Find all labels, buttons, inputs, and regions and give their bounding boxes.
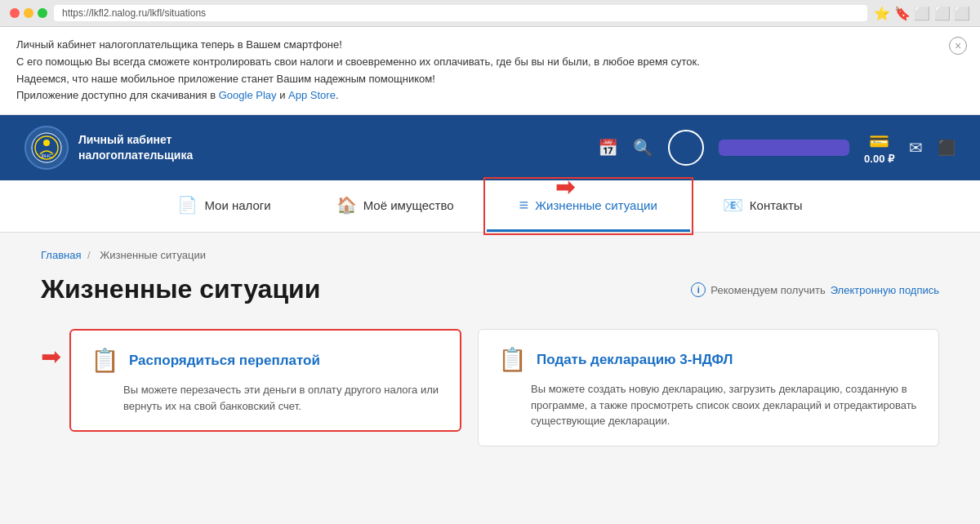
card-arrow-annotation: ➡	[41, 342, 61, 371]
breadcrumb-separator: /	[87, 249, 91, 261]
cards-container: ➡ 📋 Распорядиться переплатой Вы можете п…	[41, 329, 939, 446]
site-header: ФНС Личный кабинет налогоплательщика 📅 🔍…	[0, 115, 980, 180]
header-icons: 📅 🔍 💳 0.00 ₽ ✉ ⬛	[598, 130, 956, 166]
calendar-icon[interactable]: 📅	[598, 138, 618, 158]
situations-icon: ≡	[519, 196, 529, 215]
nav-my-property[interactable]: 🏠 Моё имущество	[304, 180, 487, 232]
site-title: Личный кабинет налогоплательщика	[78, 132, 193, 164]
google-play-link[interactable]: Google Play	[219, 89, 277, 101]
svg-text:ФНС: ФНС	[41, 153, 52, 158]
exit-icon[interactable]: ⬛	[938, 139, 956, 157]
fns-logo: ФНС	[24, 126, 69, 170]
user-name-button[interactable]	[719, 140, 849, 156]
card-overpayment-desc: Вы можете перезачесть эти деньги в оплат…	[123, 382, 440, 414]
wallet-area: 💳 0.00 ₽	[864, 131, 894, 165]
esign-hint: i Рекомендуем получить Электронную подпи…	[691, 282, 939, 297]
card-overpayment-title: Распорядиться переплатой	[129, 353, 320, 369]
banner-line4: Приложение доступно для скачивания в Goo…	[16, 87, 964, 104]
notification-banner: Личный кабинет налогоплательщика теперь …	[0, 27, 980, 115]
card1-wrapper: ➡ 📋 Распорядиться переплатой Вы можете п…	[41, 329, 461, 446]
banner-line2: С его помощью Вы всегда сможете контроли…	[16, 54, 964, 71]
wallet-icon: 💳	[869, 131, 889, 151]
breadcrumb-current: Жизненные ситуации	[100, 249, 206, 261]
svg-point-2	[43, 140, 50, 146]
breadcrumb: Главная / Жизненные ситуации	[41, 249, 939, 261]
card-ndfl-title: Подать декларацию 3-НДФЛ	[537, 352, 733, 368]
esign-prefix: Рекомендуем получить	[710, 284, 825, 296]
app-store-link[interactable]: App Store	[288, 89, 336, 101]
banner-line1: Личный кабинет налогоплательщика теперь …	[16, 37, 964, 54]
property-icon: 🏠	[336, 195, 357, 215]
card-ndfl-icon: 📋	[498, 346, 527, 373]
property-label: Моё имущество	[363, 198, 454, 212]
esign-link[interactable]: Электронную подпись	[831, 284, 939, 296]
main-navigation: 📄 Мои налоги 🏠 Моё имущество ≡ Жизненные…	[0, 180, 980, 233]
card-overpayment-icon: 📋	[91, 347, 119, 374]
card-overpayment-header: 📋 Распорядиться переплатой	[91, 347, 440, 374]
banner-line3: Надеемся, что наше мобильное приложение …	[16, 71, 964, 88]
nav-life-situations[interactable]: ≡ Жизненные ситуации	[487, 180, 690, 232]
nav-my-taxes[interactable]: 📄 Мои налоги	[145, 180, 303, 232]
taxes-icon: 📄	[177, 195, 198, 215]
card-ndfl-desc: Вы можете создать новую декларацию, загр…	[531, 381, 919, 429]
card-ndfl-header: 📋 Подать декларацию 3-НДФЛ	[498, 346, 919, 373]
avatar[interactable]	[668, 130, 704, 166]
page-header: Жизненные ситуации i Рекомендуем получит…	[41, 274, 939, 304]
breadcrumb-home[interactable]: Главная	[41, 249, 81, 261]
contacts-label: Контакты	[750, 198, 803, 212]
nav-contacts[interactable]: 📧 Контакты	[690, 180, 835, 232]
search-icon[interactable]: 🔍	[633, 138, 653, 158]
nav-wrapper: ➡ 📄 Мои налоги 🏠 Моё имущество ≡ Жизненн…	[0, 180, 980, 233]
url-bar: https://lkfl2.nalog.ru/lkfl/situations	[54, 5, 867, 21]
balance-display: 0.00 ₽	[864, 153, 894, 165]
card-overpayment[interactable]: 📋 Распорядиться переплатой Вы можете пер…	[69, 329, 461, 432]
page-title: Жизненные ситуации	[41, 274, 320, 304]
main-content: Главная / Жизненные ситуации Жизненные с…	[16, 233, 964, 463]
contacts-icon: 📧	[723, 195, 743, 215]
situations-label: Жизненные ситуации	[535, 198, 657, 212]
mail-icon[interactable]: ✉	[909, 138, 923, 158]
logo-area: ФНС Личный кабинет налогоплательщика	[24, 126, 193, 170]
taxes-label: Мои налоги	[204, 198, 270, 212]
banner-close-button[interactable]: ×	[949, 37, 967, 55]
info-icon: i	[691, 282, 706, 297]
nav-arrow-annotation: ➡	[555, 174, 574, 201]
card-ndfl[interactable]: 📋 Подать декларацию 3-НДФЛ Вы можете соз…	[478, 329, 939, 446]
